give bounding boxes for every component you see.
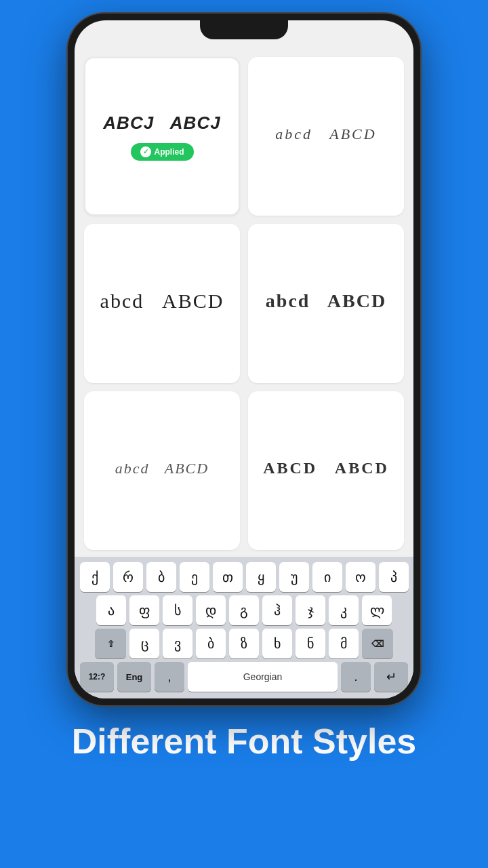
font-preview-4: abcd ABCD <box>266 290 386 312</box>
backspace-key[interactable]: ⌫ <box>362 629 393 658</box>
font-card-5[interactable]: abcd ABCD <box>84 391 240 550</box>
font-preview-2: abcd ABCD <box>275 125 376 143</box>
key-d[interactable]: ს <box>163 595 192 625</box>
key-i[interactable]: ი <box>312 562 342 592</box>
notch <box>200 20 288 39</box>
font-preview-3: abcd ABCD <box>100 290 224 313</box>
font-preview-6: ABCD ABCD <box>263 459 389 477</box>
key-p[interactable]: პ <box>379 562 409 592</box>
key-s[interactable]: ფ <box>129 595 159 625</box>
key-z[interactable]: ც <box>129 629 159 658</box>
font-card-2[interactable]: abcd ABCD <box>248 57 404 216</box>
key-a[interactable]: ა <box>96 595 126 625</box>
font-grid: ABCJ ABCJ Applied abcd ABCD abcd ABCD <box>75 47 413 557</box>
space-key[interactable]: Georgian <box>188 662 338 692</box>
font-card-3[interactable]: abcd ABCD <box>84 224 240 382</box>
return-key[interactable]: ↵ <box>374 662 408 692</box>
shift-key[interactable]: ⇧ <box>95 629 126 658</box>
key-n[interactable]: ნ <box>296 629 325 658</box>
key-w[interactable]: რ <box>113 562 143 592</box>
key-row-2: ა ფ ს დ გ ჰ ჯ კ ლ <box>77 595 411 625</box>
font-card-4[interactable]: abcd ABCD <box>248 224 404 382</box>
key-c[interactable]: ბ <box>196 629 226 658</box>
keyboard: ქ რ ბ ე თ ყ უ ი ო პ ა ფ ს <box>75 557 413 698</box>
key-m[interactable]: მ <box>329 629 359 658</box>
phone-screen: ABCJ ABCJ Applied abcd ABCD abcd ABCD <box>75 20 413 698</box>
key-f[interactable]: დ <box>196 595 226 625</box>
font-card-6[interactable]: ABCD ABCD <box>248 391 404 550</box>
eng-key[interactable]: Eng <box>117 662 151 692</box>
period-key[interactable]: . <box>341 662 371 692</box>
nums-key[interactable]: 12:? <box>80 662 114 692</box>
key-row-3: ⇧ ც ვ ბ ზ ხ ნ მ ⌫ <box>77 629 411 658</box>
font-card-1[interactable]: ABCJ ABCJ Applied <box>84 57 240 216</box>
applied-badge: Applied <box>131 143 194 161</box>
key-v[interactable]: ზ <box>229 629 259 658</box>
key-g[interactable]: გ <box>229 595 259 625</box>
key-x[interactable]: ვ <box>163 629 192 658</box>
key-y[interactable]: ყ <box>246 562 276 592</box>
key-k[interactable]: კ <box>329 595 359 625</box>
phone-frame: ABCJ ABCJ Applied abcd ABCD abcd ABCD <box>68 14 420 705</box>
screen-content: ABCJ ABCJ Applied abcd ABCD abcd ABCD <box>75 20 413 698</box>
key-row-1: ქ რ ბ ე თ ყ უ ი ო პ <box>77 562 411 592</box>
font-preview-5: abcd ABCD <box>115 460 209 477</box>
key-b[interactable]: ხ <box>262 629 292 658</box>
key-u[interactable]: უ <box>279 562 309 592</box>
key-q[interactable]: ქ <box>80 562 110 592</box>
keyboard-bottom-row: 12:? Eng , Georgian . ↵ <box>77 662 411 696</box>
key-t[interactable]: თ <box>213 562 243 592</box>
comma-key[interactable]: , <box>155 662 184 692</box>
key-j[interactable]: ჯ <box>296 595 325 625</box>
phone-wrapper: ABCJ ABCJ Applied abcd ABCD abcd ABCD <box>68 14 420 705</box>
key-e[interactable]: ბ <box>146 562 176 592</box>
headline: Different Font Styles <box>45 705 444 776</box>
font-preview-1a: ABCJ ABCJ <box>103 113 220 134</box>
key-l[interactable]: ლ <box>362 595 392 625</box>
key-h[interactable]: ჰ <box>262 595 292 625</box>
key-r[interactable]: ე <box>180 562 209 592</box>
key-o[interactable]: ო <box>346 562 375 592</box>
